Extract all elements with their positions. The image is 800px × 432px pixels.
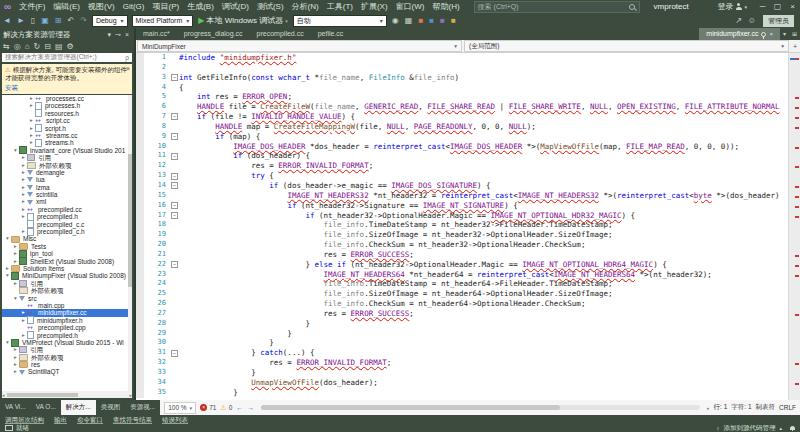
expand-arrow-icon[interactable]: ▸: [20, 309, 27, 316]
extension-icon-4[interactable]: ■: [448, 14, 459, 28]
code-line[interactable]: 8 HANDLE map = CreateFileMappingW(file, …: [136, 122, 800, 132]
expand-arrow-icon[interactable]: ▸: [20, 162, 27, 169]
pending-changes-icon[interactable]: ◎: [14, 42, 21, 51]
tree-item[interactable]: ▸引用: [2, 346, 132, 353]
breakpoint-margin[interactable]: [136, 270, 144, 280]
menu-item[interactable]: 测试(S): [253, 0, 288, 13]
code-line[interactable]: 21 res = ERROR_SUCCESS;: [136, 250, 800, 260]
maximize-button[interactable]: ▢: [770, 0, 785, 13]
code-line[interactable]: 16− if (nt_header32->Signature == IMAGE_…: [136, 201, 800, 211]
breakpoint-margin[interactable]: [136, 102, 144, 112]
feedback-icon[interactable]: ☺: [745, 14, 759, 28]
breakpoint-margin[interactable]: [136, 358, 144, 368]
code-line[interactable]: 24 file_info.TimeDateStamp = nt_header64…: [136, 279, 800, 289]
document-tab[interactable]: main.cc*: [136, 28, 177, 40]
expand-arrow-icon[interactable]: ▸: [20, 169, 27, 176]
tool-window-tab[interactable]: 错误列表: [162, 416, 188, 424]
fold-collapse-icon[interactable]: −: [171, 350, 178, 357]
breakpoint-margin[interactable]: [136, 348, 144, 358]
new-file-icon[interactable]: ▯: [28, 14, 38, 28]
configuration-dropdown[interactable]: Debug▾: [92, 15, 128, 27]
tree-item[interactable]: ▸lzma: [2, 184, 132, 191]
breakpoint-margin[interactable]: [136, 191, 144, 201]
tree-item[interactable]: ▸++script.cc: [2, 117, 132, 124]
breakpoint-margin[interactable]: [136, 329, 144, 339]
tree-item[interactable]: ▸++precompiled.cc: [2, 206, 132, 213]
properties-icon[interactable]: ⚙: [67, 42, 74, 51]
breakpoint-margin[interactable]: [136, 220, 144, 230]
expand-arrow-icon[interactable]: ▸: [12, 243, 19, 250]
tree-item[interactable]: ▾Misc: [2, 235, 132, 242]
menu-item[interactable]: Git(G): [119, 0, 149, 13]
install-link[interactable]: 安装: [5, 84, 18, 92]
tool-window-tab[interactable]: 调用层次结构: [5, 416, 44, 424]
breakpoint-margin[interactable]: [136, 112, 144, 122]
menu-item[interactable]: 项目(P): [148, 0, 183, 13]
code-line[interactable]: 7− if (file != INVALID_HANDLE_VALUE) {: [136, 112, 800, 122]
document-tab[interactable]: precompiled.cc: [250, 28, 311, 40]
close-icon[interactable]: ×: [126, 65, 130, 73]
breakpoint-margin[interactable]: [136, 240, 144, 250]
expand-arrow-icon[interactable]: ▸: [20, 191, 27, 198]
breakpoint-margin[interactable]: [136, 151, 144, 161]
code-line[interactable]: 34 UnmapViewOfFile(dos_header);: [136, 378, 800, 388]
breakpoint-margin[interactable]: [136, 92, 144, 102]
refresh-icon[interactable]: ↻: [34, 42, 41, 51]
tree-item[interactable]: ▸外部依赖项: [2, 354, 132, 361]
menu-item[interactable]: 生成(B): [183, 0, 218, 13]
code-line[interactable]: 5 int res = ERROR_OPEN;: [136, 92, 800, 102]
document-tab[interactable]: pefile.cc: [311, 28, 351, 40]
code-line[interactable]: 13− try {: [136, 171, 800, 181]
tree-horizontal-scrollbar[interactable]: ◂▸: [2, 391, 132, 398]
tree-item[interactable]: 外部依赖项: [2, 287, 132, 294]
save-all-icon[interactable]: ⊞: [52, 14, 65, 28]
expand-arrow-icon[interactable]: ▸: [12, 354, 19, 361]
breakpoint-margin[interactable]: [136, 132, 144, 142]
menu-item[interactable]: 帮助(H): [429, 0, 464, 13]
minimize-button[interactable]: ─: [755, 0, 770, 13]
breakpoint-margin[interactable]: [136, 53, 144, 63]
intellisense-icon[interactable]: ▦: [402, 14, 416, 28]
editor-horizontal-scrollbar[interactable]: [261, 405, 700, 410]
split-window-button[interactable]: +: [790, 43, 800, 50]
warning-count[interactable]: ⚠ 0: [220, 404, 232, 412]
breakpoint-margin[interactable]: [136, 338, 144, 348]
menu-item[interactable]: 编辑(E): [49, 0, 84, 13]
collapse-arrow-icon[interactable]: ▾: [12, 295, 19, 302]
breakpoint-margin[interactable]: [136, 309, 144, 319]
fold-collapse-icon[interactable]: −: [171, 113, 178, 120]
panel-tab[interactable]: 类视图: [96, 400, 126, 415]
tree-item[interactable]: ▸引用: [2, 280, 132, 287]
breakpoint-margin[interactable]: [136, 378, 144, 388]
code-line[interactable]: 1#include "minidumpfixer.h": [136, 53, 800, 63]
tree-item[interactable]: ▸minidumpfixer.h: [2, 317, 132, 324]
document-tab-active[interactable]: minidumpfixer.cc×: [699, 28, 780, 40]
undo-icon[interactable]: ↶: [65, 14, 78, 28]
tree-item[interactable]: resources.h: [2, 110, 132, 117]
fold-collapse-icon[interactable]: −: [171, 212, 178, 219]
breakpoint-margin[interactable]: [136, 260, 144, 270]
breakpoint-margin[interactable]: [136, 171, 144, 181]
code-line[interactable]: 31− } catch(...) {: [136, 348, 800, 358]
code-line[interactable]: 23 IMAGE_NT_HEADERS64 *nt_header64 = rei…: [136, 270, 800, 280]
collapse-arrow-icon[interactable]: ▾: [12, 147, 19, 154]
scroll-right-icon[interactable]: ▸: [707, 405, 710, 411]
code-line[interactable]: 14− if (dos_header->e_magic == IMAGE_DOS…: [136, 181, 800, 191]
menu-item[interactable]: 调试(D): [218, 0, 253, 13]
tree-item[interactable]: ▸++processes.cc: [2, 95, 132, 102]
pin-icon[interactable]: [761, 32, 766, 37]
code-line[interactable]: 33 }: [136, 368, 800, 378]
tree-item[interactable]: ▾invariant_core (Visual Studio 201: [2, 147, 132, 154]
tree-item[interactable]: precompiled_c.c: [2, 221, 132, 228]
tree-item[interactable]: ▸引用: [2, 154, 132, 161]
tree-item[interactable]: ▸precompiled_c.h: [2, 228, 132, 235]
panel-tab[interactable]: 资源视...: [125, 400, 160, 415]
menu-item[interactable]: 视图(V): [84, 0, 119, 13]
tree-item[interactable]: ▸++streams.cc: [2, 132, 132, 139]
tree-vertical-scrollbar[interactable]: [128, 95, 132, 391]
code-line[interactable]: 19 file_info.SizeOfImage = nt_header32->…: [136, 230, 800, 240]
code-line[interactable]: 15 IMAGE_NT_HEADERS32 *nt_header32 = rei…: [136, 191, 800, 201]
tree-item[interactable]: ▸script.h: [2, 125, 132, 132]
fold-collapse-icon[interactable]: −: [171, 261, 178, 268]
breakpoint-margin[interactable]: [136, 368, 144, 378]
